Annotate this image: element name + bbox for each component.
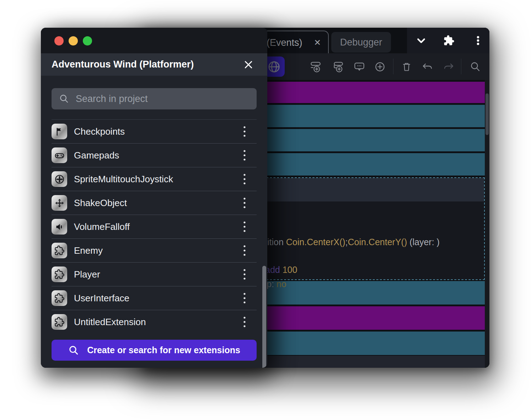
project-manager-panel: Adventurous Wind (Platformer) Checkpoint… xyxy=(41,28,267,368)
item-menu-icon[interactable] xyxy=(241,314,248,330)
extension-label: Checkpoints xyxy=(74,126,241,137)
window-menu-cluster xyxy=(407,28,489,53)
redo-icon[interactable] xyxy=(442,60,455,73)
item-menu-icon[interactable] xyxy=(241,266,248,282)
chevron-down-icon[interactable] xyxy=(411,28,431,53)
extension-item-userinterface[interactable]: UserInterface xyxy=(52,286,257,310)
screenshot-stage: (Events) ✕ Debugger xyxy=(0,0,531,420)
zoom-traffic-button[interactable] xyxy=(83,36,92,45)
add-subevent-icon[interactable] xyxy=(331,60,344,73)
minimize-traffic-button[interactable] xyxy=(69,36,78,45)
panel-title: Adventurous Wind (Platformer) xyxy=(52,59,194,70)
extension-item-checkpoints[interactable]: Checkpoints xyxy=(52,120,257,143)
extension-label: VolumeFalloff xyxy=(74,221,241,232)
item-menu-icon[interactable] xyxy=(241,195,248,211)
item-menu-icon[interactable] xyxy=(241,171,248,187)
flag-icon xyxy=(52,124,67,139)
create-extension-button[interactable]: Create or search for new extensions xyxy=(52,340,257,361)
action-text-line: add 100 xyxy=(265,265,297,275)
item-menu-icon[interactable] xyxy=(241,290,248,306)
gamepad-icon xyxy=(52,147,67,163)
extension-item-gamepads[interactable]: Gamepads xyxy=(52,144,257,167)
toolbar-divider xyxy=(461,59,461,74)
create-extension-label: Create or search for new extensions xyxy=(87,345,240,355)
extension-label: UserInterface xyxy=(74,293,241,304)
puzzle-icon xyxy=(52,266,67,282)
tab-debugger-label: Debugger xyxy=(340,37,382,48)
panel-header: Adventurous Wind (Platformer) xyxy=(41,53,267,76)
events-scrollbar[interactable] xyxy=(485,80,489,368)
trash-icon[interactable] xyxy=(400,60,413,73)
extension-label: UntitledExtension xyxy=(74,317,241,328)
extension-item-spritemultitouchjoystick[interactable]: SpriteMultitouchJoystick xyxy=(52,167,257,191)
tab-close-icon[interactable]: ✕ xyxy=(312,38,322,48)
extension-label: Player xyxy=(74,269,241,280)
panel-scrollbar-thumb[interactable] xyxy=(262,266,266,368)
add-comment-icon[interactable] xyxy=(353,60,366,73)
joystick-icon xyxy=(52,171,67,187)
search-input[interactable] xyxy=(75,93,250,105)
toolbar-divider xyxy=(393,59,393,74)
item-menu-icon[interactable] xyxy=(241,147,248,163)
extension-label: Enemy xyxy=(74,245,241,256)
puzzle-icon xyxy=(52,314,67,330)
item-menu-icon[interactable] xyxy=(241,124,248,139)
add-event-icon[interactable] xyxy=(309,60,322,73)
extension-label: SpriteMultitouchJoystick xyxy=(74,174,241,185)
search-icon xyxy=(59,93,69,104)
project-search-box[interactable] xyxy=(52,88,257,109)
kebab-menu-icon[interactable] xyxy=(468,28,488,53)
panel-titlebar xyxy=(41,28,267,53)
search-icon[interactable] xyxy=(469,60,482,73)
move-arrows-icon xyxy=(52,195,67,211)
extension-item-shakeobject[interactable]: ShakeObject xyxy=(52,191,257,215)
extension-label: Gamepads xyxy=(74,150,241,161)
extensions-puzzle-icon[interactable] xyxy=(439,28,459,53)
item-menu-icon[interactable] xyxy=(241,219,248,235)
extension-item-enemy[interactable]: Enemy xyxy=(52,239,257,262)
add-circle-icon[interactable] xyxy=(374,60,386,73)
close-icon[interactable] xyxy=(242,58,255,71)
search-icon xyxy=(68,345,79,356)
panel-body: Checkpoints Gamepads Spr xyxy=(41,88,267,368)
tab-debugger[interactable]: Debugger xyxy=(331,32,391,53)
puzzle-icon xyxy=(52,290,67,306)
action-text-line: ition Coin.CenterX();Coin.CenterY() (lay… xyxy=(267,237,440,247)
close-traffic-button[interactable] xyxy=(54,36,64,45)
extension-item-player[interactable]: Player xyxy=(52,263,257,286)
extension-item-volumefalloff[interactable]: VolumeFalloff xyxy=(52,215,257,238)
extension-item-untitledextension[interactable]: UntitledExtension xyxy=(52,310,257,334)
undo-icon[interactable] xyxy=(421,60,434,73)
events-scrollbar-thumb[interactable] xyxy=(486,93,489,135)
item-menu-icon[interactable] xyxy=(241,243,248,258)
extension-label: ShakeObject xyxy=(74,198,241,209)
tab-events-label: (Events) xyxy=(267,37,302,48)
action-text-line: p: no xyxy=(267,279,286,289)
speaker-icon xyxy=(52,219,67,235)
puzzle-icon xyxy=(52,243,67,258)
